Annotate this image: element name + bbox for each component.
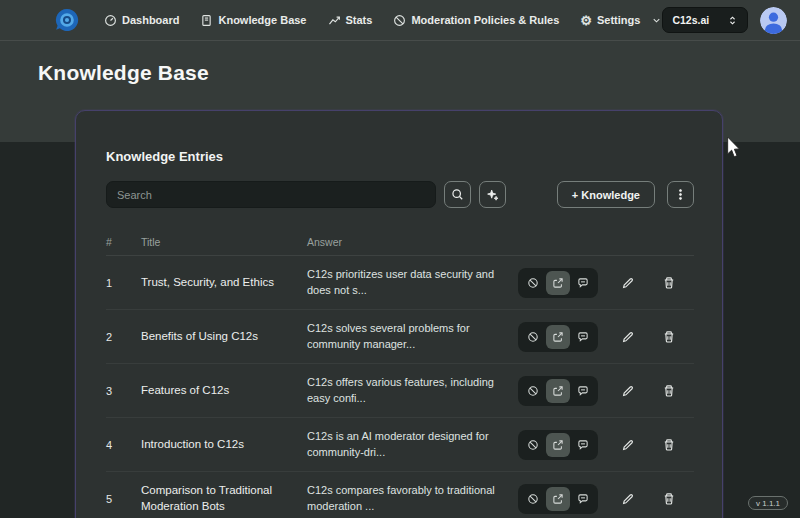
book-icon: [200, 14, 213, 27]
table-row: 3 Features of C12s C12s offers various f…: [106, 364, 694, 418]
edit-entry-button[interactable]: [617, 434, 639, 456]
nav-label: Settings: [597, 14, 640, 26]
table-row: 2 Benefits of Using C12s C12s solves sev…: [106, 310, 694, 364]
share-square-icon: [552, 493, 564, 505]
disable-entry-button[interactable]: [521, 271, 545, 295]
search-icon: [451, 188, 464, 201]
row-actions: [518, 376, 694, 406]
pencil-icon: [621, 276, 635, 290]
share-entry-button[interactable]: [546, 487, 570, 511]
workspace-selector[interactable]: C12s.ai: [662, 7, 748, 33]
disable-entry-button[interactable]: [521, 325, 545, 349]
ban-icon: [527, 493, 539, 505]
trash-icon: [662, 276, 676, 290]
share-entry-button[interactable]: [546, 325, 570, 349]
ban-icon: [527, 277, 539, 289]
nav-item-stats[interactable]: Stats: [328, 14, 373, 27]
delete-entry-button[interactable]: [658, 434, 680, 456]
page-title: Knowledge Base: [38, 61, 209, 85]
delete-entry-button[interactable]: [658, 272, 680, 294]
nav-item-knowledge-base[interactable]: Knowledge Base: [200, 14, 306, 27]
search-input[interactable]: [106, 181, 436, 208]
delete-entry-button[interactable]: [658, 488, 680, 510]
workspace-label: C12s.ai: [672, 14, 709, 26]
share-square-icon: [552, 277, 564, 289]
nav-label: Dashboard: [122, 14, 179, 26]
navbar-right: C12s.ai: [662, 7, 787, 34]
edit-entry-button[interactable]: [617, 272, 639, 294]
c12s-logo-icon: [54, 7, 80, 33]
share-entry-button[interactable]: [546, 271, 570, 295]
column-header-title: Title: [141, 236, 307, 248]
row-number: 5: [106, 493, 141, 505]
chat-entry-button[interactable]: [571, 487, 595, 511]
disable-entry-button[interactable]: [521, 379, 545, 403]
share-entry-button[interactable]: [546, 379, 570, 403]
ban-icon: [527, 331, 539, 343]
unfold-chevrons-icon: [727, 15, 738, 26]
row-answer: C12s prioritizes user data security and …: [307, 267, 518, 299]
pencil-icon: [621, 438, 635, 452]
gauge-icon: [104, 14, 117, 27]
delete-entry-button[interactable]: [658, 326, 680, 348]
chat-entry-button[interactable]: [571, 379, 595, 403]
nav-item-dashboard[interactable]: Dashboard: [104, 14, 179, 27]
row-number: 2: [106, 331, 141, 343]
nav-item-moderation-policies[interactable]: Moderation Policies & Rules: [393, 14, 559, 27]
row-title: Trust, Security, and Ethics: [141, 275, 307, 291]
trash-icon: [662, 492, 676, 506]
row-number: 4: [106, 439, 141, 451]
chat-icon: [577, 385, 589, 397]
row-answer: C12s offers various features, including …: [307, 375, 518, 407]
delete-entry-button[interactable]: [658, 380, 680, 402]
nav-items: Dashboard Knowledge Base Stats Moderatio…: [104, 14, 662, 27]
trash-icon: [662, 384, 676, 398]
table-header: # Title Answer: [106, 229, 694, 256]
chat-icon: [577, 493, 589, 505]
toolbar: + Knowledge: [106, 181, 694, 208]
row-title: Introduction to C12s: [141, 437, 307, 453]
chat-entry-button[interactable]: [571, 433, 595, 457]
chat-icon: [577, 439, 589, 451]
navbar: Dashboard Knowledge Base Stats Moderatio…: [0, 0, 800, 41]
row-actions: [518, 322, 694, 352]
knowledge-entries-panel: Knowledge Entries + Knowledge # Title An…: [75, 110, 723, 518]
user-avatar[interactable]: [760, 7, 787, 34]
entry-mode-toggle: [518, 268, 598, 298]
table-row: 4 Introduction to C12s C12s is an AI mod…: [106, 418, 694, 472]
ban-icon: [527, 439, 539, 451]
more-options-button[interactable]: [667, 181, 694, 208]
trash-icon: [662, 438, 676, 452]
share-square-icon: [552, 331, 564, 343]
chevron-down-icon: [651, 15, 662, 26]
ban-icon: [527, 385, 539, 397]
chat-entry-button[interactable]: [571, 325, 595, 349]
version-badge[interactable]: v 1.1.1: [748, 496, 788, 510]
search-button[interactable]: [444, 181, 471, 208]
disable-entry-button[interactable]: [521, 433, 545, 457]
chat-icon: [577, 277, 589, 289]
column-header-answer: Answer: [307, 236, 518, 248]
row-actions: [518, 268, 694, 298]
row-actions: [518, 430, 694, 460]
table-row: 5 Comparison to Traditional Moderation B…: [106, 472, 694, 518]
row-title: Features of C12s: [141, 383, 307, 399]
chat-entry-button[interactable]: [571, 271, 595, 295]
entry-mode-toggle: [518, 322, 598, 352]
edit-entry-button[interactable]: [617, 488, 639, 510]
ai-suggest-button[interactable]: [479, 181, 506, 208]
edit-entry-button[interactable]: [617, 326, 639, 348]
disable-entry-button[interactable]: [521, 487, 545, 511]
app-logo[interactable]: [54, 7, 80, 33]
row-answer: C12s is an AI moderator designed for com…: [307, 429, 518, 461]
add-knowledge-button[interactable]: + Knowledge: [557, 181, 655, 208]
nav-label: Knowledge Base: [218, 14, 306, 26]
nav-item-settings[interactable]: ⚙ Settings: [580, 14, 662, 27]
kebab-menu-icon: [674, 188, 687, 201]
edit-entry-button[interactable]: [617, 380, 639, 402]
entry-mode-toggle: [518, 484, 598, 514]
row-actions: [518, 484, 694, 514]
share-entry-button[interactable]: [546, 433, 570, 457]
column-header-num: #: [106, 236, 141, 248]
gear-icon: ⚙: [580, 14, 592, 27]
